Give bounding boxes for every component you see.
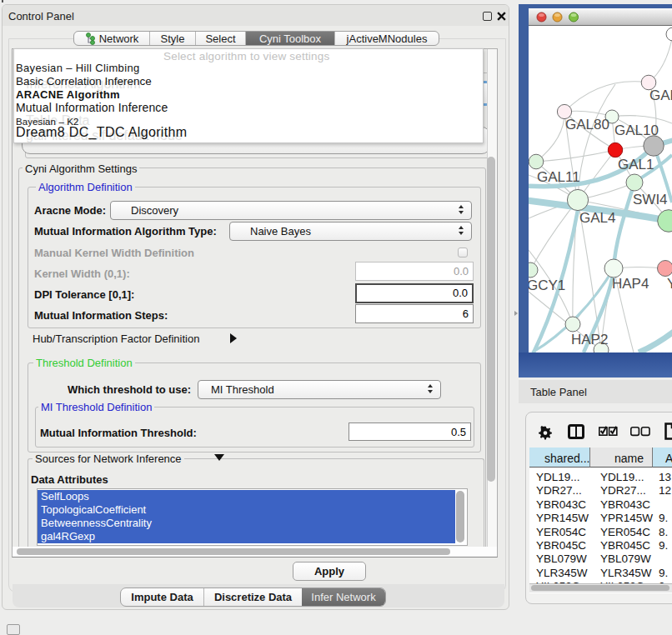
svg-text:HAP2: HAP2 — [571, 332, 608, 348]
svg-text:GAL4: GAL4 — [579, 210, 615, 226]
svg-text:Y: Y — [667, 276, 672, 292]
svg-text:GAL11: GAL11 — [537, 169, 580, 185]
svg-text:GAL80: GAL80 — [565, 117, 609, 132]
svg-text:GAL1: GAL1 — [618, 157, 654, 172]
svg-text:HAP4: HAP4 — [612, 276, 649, 292]
svg-text:GAL: GAL — [649, 88, 672, 103]
svg-text:GCY1: GCY1 — [529, 278, 565, 293]
svg-text:GAL10: GAL10 — [614, 122, 659, 138]
svg-text:SWI4: SWI4 — [633, 192, 668, 208]
